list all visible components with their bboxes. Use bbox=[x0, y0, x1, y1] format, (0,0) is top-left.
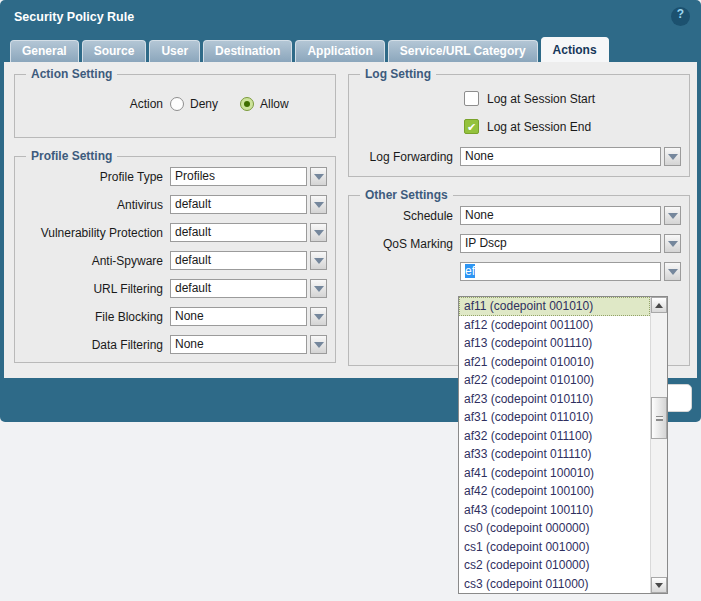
list-item[interactable]: cs1 (codepoint 001000) bbox=[459, 538, 650, 557]
chevron-down-icon[interactable] bbox=[664, 234, 681, 253]
data-filtering-select[interactable]: None bbox=[170, 335, 327, 354]
list-item[interactable]: af42 (codepoint 100100) bbox=[459, 482, 650, 501]
log-forwarding-select[interactable]: None bbox=[460, 147, 681, 166]
list-item[interactable]: af22 (codepoint 010100) bbox=[459, 371, 650, 390]
selected-input-text: ef bbox=[465, 264, 475, 278]
scroll-up-icon[interactable] bbox=[651, 297, 667, 313]
schedule-select[interactable]: None bbox=[460, 206, 681, 225]
log-forwarding-value[interactable]: None bbox=[460, 147, 661, 166]
help-icon[interactable]: ? bbox=[671, 7, 690, 26]
log-forwarding-row: Log Forwarding None bbox=[357, 147, 681, 166]
anti-spyware-select[interactable]: default bbox=[170, 251, 327, 270]
log-setting-legend: Log Setting bbox=[360, 67, 436, 81]
vulnerability-protection-row: Vulnerability Protection default bbox=[23, 223, 327, 242]
dropdown-items: af11 (codepoint 001010) af12 (codepoint … bbox=[459, 297, 650, 593]
dscp-codepoint-combobox[interactable]: ef bbox=[460, 262, 681, 281]
action-setting-group: Action Setting Action Deny Allow bbox=[14, 67, 336, 138]
tab-source[interactable]: Source bbox=[82, 40, 147, 62]
vulnerability-protection-label: Vulnerability Protection bbox=[23, 226, 163, 240]
action-deny-label: Deny bbox=[190, 97, 218, 111]
profile-setting-legend: Profile Setting bbox=[26, 149, 117, 163]
anti-spyware-value[interactable]: default bbox=[170, 251, 307, 270]
tab-user[interactable]: User bbox=[149, 40, 200, 62]
chevron-down-icon[interactable] bbox=[310, 195, 327, 214]
antivirus-row: Antivirus default bbox=[23, 195, 327, 214]
dropdown-scrollbar[interactable] bbox=[650, 297, 667, 593]
list-item[interactable]: cs3 (codepoint 011000) bbox=[459, 575, 650, 594]
profile-setting-group: Profile Setting Profile Type Profiles An… bbox=[14, 149, 336, 363]
list-item[interactable]: af33 (codepoint 011110) bbox=[459, 445, 650, 464]
antivirus-value[interactable]: default bbox=[170, 195, 307, 214]
list-item[interactable]: af11 (codepoint 001010) bbox=[459, 297, 650, 316]
qos-marking-select[interactable]: IP Dscp bbox=[460, 234, 681, 253]
chevron-down-icon[interactable] bbox=[310, 223, 327, 242]
chevron-down-icon[interactable] bbox=[310, 167, 327, 186]
url-filtering-row: URL Filtering default bbox=[23, 279, 327, 298]
chevron-down-icon[interactable] bbox=[310, 335, 327, 354]
vulnerability-protection-select[interactable]: default bbox=[170, 223, 327, 242]
vulnerability-protection-value[interactable]: default bbox=[170, 223, 307, 242]
tab-application[interactable]: Application bbox=[295, 40, 384, 62]
data-filtering-label: Data Filtering bbox=[23, 338, 163, 352]
antivirus-select[interactable]: default bbox=[170, 195, 327, 214]
anti-spyware-row: Anti-Spyware default bbox=[23, 251, 327, 270]
action-setting-legend: Action Setting bbox=[26, 67, 117, 81]
url-filtering-label: URL Filtering bbox=[23, 282, 163, 296]
qos-marking-value[interactable]: IP Dscp bbox=[460, 234, 661, 253]
list-item[interactable]: af41 (codepoint 100010) bbox=[459, 464, 650, 483]
action-allow-radio[interactable] bbox=[240, 97, 254, 111]
left-column: Action Setting Action Deny Allow Profile… bbox=[14, 67, 336, 374]
chevron-down-icon[interactable] bbox=[310, 279, 327, 298]
action-row: Action Deny Allow bbox=[23, 97, 327, 111]
chevron-down-icon[interactable] bbox=[310, 251, 327, 270]
schedule-row: Schedule None bbox=[357, 206, 681, 225]
scroll-down-icon[interactable] bbox=[651, 577, 667, 593]
log-session-end-checkbox[interactable]: ✔ bbox=[464, 119, 479, 134]
chevron-down-icon[interactable] bbox=[310, 307, 327, 326]
url-filtering-value[interactable]: default bbox=[170, 279, 307, 298]
tab-actions[interactable]: Actions bbox=[541, 37, 609, 62]
log-setting-group: Log Setting Log at Session Start ✔ Log a… bbox=[348, 67, 690, 177]
antivirus-label: Antivirus bbox=[23, 198, 163, 212]
action-deny-radio[interactable] bbox=[170, 97, 184, 111]
file-blocking-select[interactable]: None bbox=[170, 307, 327, 326]
action-allow-label: Allow bbox=[260, 97, 289, 111]
data-filtering-value[interactable]: None bbox=[170, 335, 307, 354]
anti-spyware-label: Anti-Spyware bbox=[23, 254, 163, 268]
list-item[interactable]: af32 (codepoint 011100) bbox=[459, 427, 650, 446]
list-item[interactable]: cs2 (codepoint 010000) bbox=[459, 556, 650, 575]
thumb-grip-icon bbox=[656, 416, 663, 421]
tab-bar: General Source User Destination Applicat… bbox=[0, 36, 701, 62]
dialog-title: Security Policy Rule bbox=[14, 10, 134, 24]
list-item[interactable]: af12 (codepoint 001100) bbox=[459, 316, 650, 335]
list-item[interactable]: af13 (codepoint 001110) bbox=[459, 334, 650, 353]
scrollbar-thumb[interactable] bbox=[651, 397, 667, 439]
log-forwarding-label: Log Forwarding bbox=[357, 150, 453, 164]
profile-type-label: Profile Type bbox=[23, 170, 163, 184]
log-session-end-label: Log at Session End bbox=[487, 120, 591, 134]
profile-type-select[interactable]: Profiles bbox=[170, 167, 327, 186]
chevron-down-icon[interactable] bbox=[664, 147, 681, 166]
list-item[interactable]: af21 (codepoint 010010) bbox=[459, 353, 650, 372]
action-label: Action bbox=[23, 97, 163, 111]
dscp-codepoint-input[interactable]: ef bbox=[460, 262, 661, 281]
radio-dot-icon bbox=[244, 101, 250, 107]
list-item[interactable]: af43 (codepoint 100110) bbox=[459, 501, 650, 520]
list-item[interactable]: af23 (codepoint 010110) bbox=[459, 390, 650, 409]
schedule-value[interactable]: None bbox=[460, 206, 661, 225]
url-filtering-select[interactable]: default bbox=[170, 279, 327, 298]
profile-type-value[interactable]: Profiles bbox=[170, 167, 307, 186]
list-item[interactable]: af31 (codepoint 011010) bbox=[459, 408, 650, 427]
data-filtering-row: Data Filtering None bbox=[23, 335, 327, 354]
file-blocking-value[interactable]: None bbox=[170, 307, 307, 326]
schedule-label: Schedule bbox=[357, 209, 453, 223]
list-item[interactable]: cs0 (codepoint 000000) bbox=[459, 519, 650, 538]
log-session-start-checkbox[interactable] bbox=[464, 91, 479, 106]
tab-general[interactable]: General bbox=[10, 40, 79, 62]
log-session-end-row: ✔ Log at Session End bbox=[464, 119, 681, 134]
tab-service-url-category[interactable]: Service/URL Category bbox=[388, 40, 538, 62]
file-blocking-row: File Blocking None bbox=[23, 307, 327, 326]
chevron-down-icon[interactable] bbox=[664, 206, 681, 225]
tab-destination[interactable]: Destination bbox=[203, 40, 292, 62]
chevron-down-icon[interactable] bbox=[664, 262, 681, 281]
